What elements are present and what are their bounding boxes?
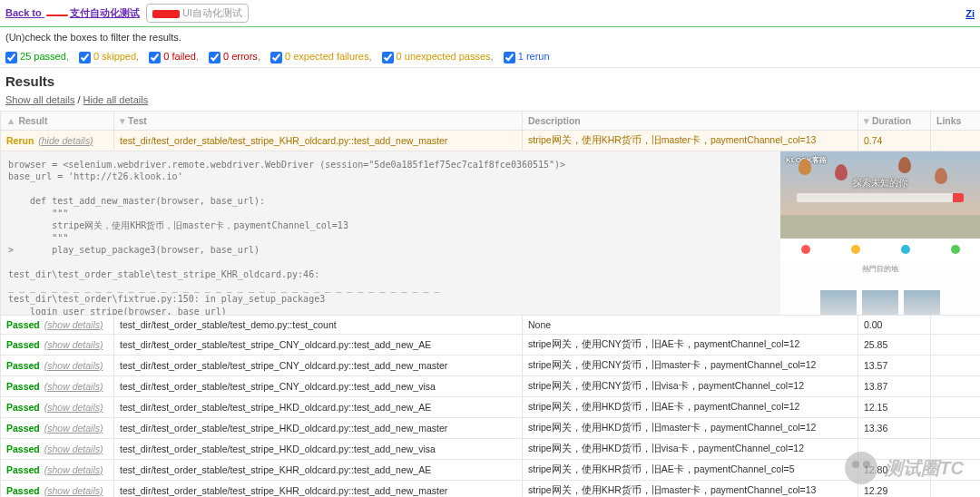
status-badge: Passed <box>6 402 40 413</box>
test-desc: stripe网关，使用KHR货币，旧master卡，paymentChannel… <box>523 480 858 497</box>
detail-links: Show all details / Hide all details <box>0 94 980 111</box>
toggle-details[interactable]: (show details) <box>44 339 103 350</box>
redacted-icon <box>46 15 68 16</box>
status-badge: Passed <box>6 485 40 496</box>
test-desc: stripe网关，使用CNY货币，旧visa卡，paymentChannel_c… <box>523 375 858 396</box>
toggle-details[interactable]: (show details) <box>44 360 103 371</box>
test-name: test_dir/test_order_stable/test_stripe_K… <box>114 480 523 497</box>
test-name: test_dir/test_order_stable/test_stripe_K… <box>114 130 523 151</box>
test-duration: 13.36 <box>858 417 931 438</box>
status-badge: Rerun <box>6 135 34 146</box>
test-duration: 13.57 <box>858 355 931 375</box>
test-desc: stripe网关，使用HKD货币，旧AE卡，paymentChannel_col… <box>523 396 858 417</box>
filter-xpass[interactable]: 0 unexpected passes, <box>382 51 494 62</box>
test-name: test_dir/test_order_stable/test_stripe_C… <box>114 375 523 396</box>
toggle-details[interactable]: (show details) <box>44 464 103 475</box>
toggle-details[interactable]: (show details) <box>44 423 103 434</box>
table-row: Passed (show details)test_dir/test_order… <box>1 459 981 480</box>
sort-icon: ▾ <box>864 115 869 126</box>
table-row: Passed (show details)test_dir/test_order… <box>1 480 981 497</box>
test-duration: 25.85 <box>858 334 931 355</box>
toggle-details[interactable]: (show details) <box>44 402 103 413</box>
col-links: Links <box>931 111 981 130</box>
test-desc: stripe网关，使用KHR货币，旧master卡，paymentChannel… <box>523 130 858 151</box>
detail-row: browser = <selenium.webdriver.remote.web… <box>1 151 981 315</box>
test-desc: stripe网关，使用KHR货币，旧AE卡，paymentChannel_col… <box>523 459 858 480</box>
test-desc: stripe网关，使用HKD货币，旧visa卡，paymentChannel_c… <box>523 438 858 459</box>
filter-rerun[interactable]: 1 rerun <box>504 51 550 62</box>
test-duration: 12.80 <box>858 459 931 480</box>
status-badge: Passed <box>6 464 40 475</box>
toggle-details[interactable]: (show details) <box>44 443 103 454</box>
filter-failed[interactable]: 0 failed, <box>149 51 199 62</box>
test-duration <box>858 438 931 459</box>
thumb-search <box>797 193 964 202</box>
status-badge: Passed <box>6 423 40 434</box>
test-desc: None <box>523 315 858 334</box>
test-desc: stripe网关，使用CNY货币，旧master卡，paymentChannel… <box>523 355 858 375</box>
status-badge: Passed <box>6 319 40 330</box>
status-badge: Passed <box>6 360 40 371</box>
test-desc: stripe网关，使用HKD货币，旧master卡，paymentChannel… <box>523 417 858 438</box>
balloon-icon <box>799 159 811 175</box>
thumb-hero: 探索未知的你 <box>780 177 980 190</box>
test-name: test_dir/test_order_stable/test_stripe_K… <box>114 459 523 480</box>
filter-hint: (Un)check the boxes to filter the result… <box>0 26 980 47</box>
test-duration: 0.74 <box>858 130 931 151</box>
tab-ui-test[interactable]: UI自动化测试 <box>146 4 249 23</box>
topbar: Back to 支付自动化测试 UI自动化测试 Zi <box>0 0 980 26</box>
table-row: Rerun (hide details) test_dir/test_order… <box>1 130 981 151</box>
table-header-row: ▲Result ▾Test Description ▾Duration Link… <box>1 111 981 130</box>
filter-xfail[interactable]: 0 expected failures, <box>270 51 371 62</box>
filter-skipped[interactable]: 0 skipped, <box>79 51 139 62</box>
redacted-icon <box>152 10 180 18</box>
col-desc[interactable]: Description <box>523 111 858 130</box>
balloon-icon <box>835 164 848 180</box>
status-badge: Passed <box>6 339 40 350</box>
balloon-icon <box>898 157 911 173</box>
test-name: test_dir/test_order_stable/test_stripe_H… <box>114 396 523 417</box>
status-badge: Passed <box>6 443 40 454</box>
table-row: Passed (show details)test_dir/test_order… <box>1 315 981 334</box>
test-duration: 12.15 <box>858 396 931 417</box>
filter-passed[interactable]: 25 passed, <box>5 51 69 62</box>
table-row: Passed (show details)test_dir/test_order… <box>1 417 981 438</box>
filters: 25 passed, 0 skipped, 0 failed, 0 errors… <box>0 47 980 68</box>
results-table: ▲Result ▾Test Description ▾Duration Link… <box>0 111 980 497</box>
test-desc: stripe网关，使用CNY货币，旧AE卡，paymentChannel_col… <box>523 334 858 355</box>
test-duration: 13.87 <box>858 375 931 396</box>
test-duration: 12.29 <box>858 480 931 497</box>
table-row: Passed (show details)test_dir/test_order… <box>1 438 981 459</box>
table-row: Passed (show details)test_dir/test_order… <box>1 396 981 417</box>
table-row: Passed (show details)test_dir/test_order… <box>1 355 981 375</box>
test-name: test_dir/test_order_stable/test_stripe_H… <box>114 417 523 438</box>
filter-errors[interactable]: 0 errors, <box>209 51 260 62</box>
hide-all-details[interactable]: Hide all details <box>83 94 149 105</box>
table-row: Passed (show details)test_dir/test_order… <box>1 375 981 396</box>
screenshot-thumbnail[interactable]: KLOOK客路 探索未知的你 熱門目的地 <box>780 151 980 315</box>
results-heading: Results <box>0 68 980 94</box>
col-result[interactable]: ▲Result <box>1 111 114 130</box>
toggle-details[interactable]: (show details) <box>44 485 103 496</box>
col-duration[interactable]: ▾Duration <box>858 111 931 130</box>
toggle-details[interactable]: (hide details) <box>38 135 93 146</box>
test-duration: 0.00 <box>858 315 931 334</box>
toggle-details[interactable]: (show details) <box>44 381 103 392</box>
test-name: test_dir/test_order_stable/test_stripe_C… <box>114 355 523 375</box>
test-name: test_dir/test_order_stable/test_stripe_H… <box>114 438 523 459</box>
sort-icon: ▲ <box>6 115 15 126</box>
back-link[interactable]: Back to 支付自动化测试 <box>5 7 140 18</box>
table-row: Passed (show details)test_dir/test_order… <box>1 334 981 355</box>
status-badge: Passed <box>6 381 40 392</box>
test-name: test_dir/test_order_stable/test_stripe_C… <box>114 334 523 355</box>
col-test[interactable]: ▾Test <box>114 111 523 130</box>
show-all-details[interactable]: Show all details <box>5 94 74 105</box>
test-name: test_dir/test_order_stable/test_demo.py:… <box>114 315 523 334</box>
sort-icon: ▾ <box>120 115 125 126</box>
traceback[interactable]: browser = <selenium.webdriver.remote.web… <box>1 151 780 315</box>
thumb-section: 熱門目的地 <box>780 260 980 274</box>
toggle-details[interactable]: (show details) <box>44 319 103 330</box>
balloon-icon <box>935 168 947 184</box>
top-right-link[interactable]: Zi <box>965 8 975 19</box>
